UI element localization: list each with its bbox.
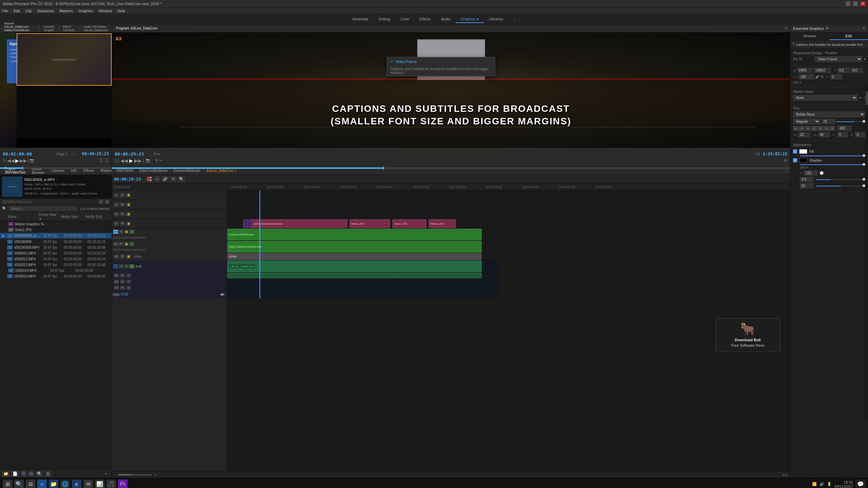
shadow-distance-input[interactable] <box>800 177 813 182</box>
action-center[interactable]: 💬 <box>856 480 865 488</box>
taskbar-app1[interactable]: 📊 <box>95 480 104 488</box>
track-v6-eye[interactable]: 👁 <box>120 203 125 207</box>
menu-markers[interactable]: Markers <box>59 9 73 13</box>
taskbar-app2[interactable]: 🎵 <box>107 480 116 488</box>
list-view-toggle[interactable]: ☰ <box>20 471 27 477</box>
baseline-value[interactable] <box>837 132 848 137</box>
master-expand[interactable]: ◀▶ <box>219 292 225 297</box>
track-a2-toggle[interactable]: A2 <box>114 273 119 278</box>
prog-add-marker[interactable]: ⟦ <box>115 158 116 163</box>
right-scrollbar[interactable] <box>865 85 868 420</box>
track-a1-mute[interactable]: M <box>119 264 123 268</box>
tl-marker-btn[interactable]: M <box>170 176 176 182</box>
taskbar-premiere[interactable]: Pr <box>118 480 128 488</box>
char-spacing-input[interactable] <box>838 126 851 131</box>
minimize-button[interactable]: ─ <box>846 1 850 6</box>
program-zoom[interactable]: Fit ▾ <box>153 152 160 156</box>
track-v5-lock[interactable]: 🔒 <box>126 212 131 216</box>
insert-btn[interactable]: ⤵ <box>99 158 103 163</box>
master-styles-select[interactable]: None <box>793 95 857 101</box>
dropdown-option-video-frame[interactable]: Video Frame <box>387 57 495 66</box>
clip-item[interactable]: A3Live_DataCore <box>227 261 482 272</box>
list-view-btn[interactable]: ☰ <box>98 200 103 204</box>
tab-color[interactable]: Color <box>396 16 414 23</box>
shadow-angle-input[interactable] <box>804 170 817 176</box>
track-v2-toggle[interactable]: V2 <box>113 242 118 246</box>
track-a2-solo[interactable]: S <box>126 273 131 278</box>
taskbar-explorer[interactable]: 📁 <box>49 480 58 488</box>
eg-tab-browse[interactable]: Browse <box>790 33 829 40</box>
tsume-value[interactable] <box>855 132 865 137</box>
prog-step-back[interactable]: ◀◀ <box>120 158 128 163</box>
search-input[interactable] <box>9 206 78 211</box>
play-btn[interactable]: ▶ <box>15 158 19 163</box>
start-button[interactable]: ⊞ <box>3 480 12 488</box>
align-justify-all-btn[interactable]: ≡ <box>830 126 835 131</box>
step-fwd-btn[interactable]: ▶▶ <box>20 158 27 163</box>
track-v2-sync[interactable]: S <box>130 242 134 246</box>
close-button[interactable]: ✕ <box>861 1 865 6</box>
track-v7-eye[interactable]: 👁 <box>120 193 125 197</box>
prog-in-point[interactable]: { <box>118 159 119 163</box>
taskbar-task-view[interactable]: ⧉ <box>26 480 35 488</box>
rotation-reset[interactable] <box>830 74 842 79</box>
rotation-extra[interactable] <box>851 68 863 73</box>
track-a4-solo[interactable]: S <box>126 286 131 290</box>
new-bin-btn[interactable]: 📁 <box>2 471 10 477</box>
prog-out-point[interactable]: } <box>143 159 144 163</box>
overwrite-btn[interactable]: ⤵ <box>104 158 109 163</box>
list-item[interactable]: J Slide2.JPG <box>0 227 112 233</box>
list-item[interactable]: V V030015.MP4 29.97 fps 00:00:00:00 00:0… <box>0 273 112 279</box>
tl-tab-v00370009[interactable]: V00370009 <box>114 168 135 173</box>
align-left-btn[interactable]: ≡ <box>793 126 798 131</box>
taskbar-mail[interactable]: ✉ <box>83 480 93 488</box>
menu-edit[interactable]: Edit <box>14 9 20 13</box>
taskbar-search[interactable]: 🔍 <box>14 480 24 488</box>
tab-assembly[interactable]: Assembly <box>348 16 373 23</box>
zoom-proj-in[interactable]: + <box>104 471 107 476</box>
list-item[interactable]: V V001013.MP4 29.97 fps 00:00:00:00 00:0… <box>0 262 112 268</box>
track-a4-toggle[interactable]: A4 <box>114 286 119 290</box>
clip-item[interactable]: DataCoreMulticam <box>227 229 482 240</box>
font-size-slider[interactable] <box>836 121 865 122</box>
list-item[interactable]: M Motion Graphics Template & <box>0 221 112 227</box>
align-right-btn[interactable]: ≡ <box>805 126 811 131</box>
font-select[interactable]: Bebas Neue <box>793 111 865 117</box>
maximize-button[interactable]: □ <box>853 1 858 6</box>
track-v1-eye[interactable]: 👁 <box>120 255 125 259</box>
shadow-size-input[interactable] <box>800 183 813 188</box>
effect-controls-tab[interactable]: Effect Controls <box>62 24 76 33</box>
track-v2-eye[interactable]: 👁 <box>119 242 123 246</box>
col-start[interactable]: Media Start <box>61 215 84 219</box>
tl-add-tab[interactable]: + <box>786 168 788 173</box>
tab-info[interactable]: Info <box>69 168 79 173</box>
track-v6-toggle[interactable]: V6 <box>114 203 119 207</box>
track-v1-toggle[interactable]: V1 <box>114 255 119 259</box>
prog-settings[interactable]: ⚙ <box>784 158 787 163</box>
list-item[interactable]: V V006012.MP4 29.97 fps 00:00:00:00 00:5… <box>0 256 112 262</box>
prog-play[interactable]: ▶ <box>129 158 133 163</box>
tl-tab-a3live[interactable]: A3Live_DataCore × <box>205 168 238 173</box>
col-end[interactable]: Media End <box>86 215 110 219</box>
tl-zoom-btn[interactable]: 🔍 <box>178 176 185 182</box>
tab-editing[interactable]: Editing <box>374 16 395 23</box>
col-name[interactable]: Name <box>7 215 37 219</box>
clip-item[interactable]: Slide1.JPG <box>429 219 456 228</box>
align-justify-btn[interactable]: ≡ <box>811 126 817 131</box>
menu-window[interactable]: Window <box>99 9 112 13</box>
size-w-input[interactable] <box>799 74 814 79</box>
align-justify-c-btn[interactable]: ≡ <box>817 126 823 131</box>
tl-zoom-out[interactable]: − <box>114 473 116 477</box>
panel-settings-icon[interactable]: ⚙ <box>826 26 829 30</box>
track-clip-area[interactable]: 00:00:00:00 00:00:30:00 00:01:00:00 00:0… <box>227 184 790 471</box>
position-x-input[interactable] <box>797 68 812 73</box>
align-center-btn[interactable]: ≡ <box>799 126 805 131</box>
tab-libraries[interactable]: Libraries <box>484 16 508 23</box>
tab-more[interactable]: » <box>509 16 520 23</box>
font-style-select[interactable]: Regular <box>793 119 820 124</box>
source-thumb-selected[interactable]: Conference Room <box>17 33 112 86</box>
search-proj-btn[interactable]: 🔍 <box>36 471 43 477</box>
track-v3-toggle[interactable]: V3 <box>113 230 118 234</box>
clip-item[interactable] <box>227 273 482 278</box>
playhead[interactable] <box>259 190 260 298</box>
